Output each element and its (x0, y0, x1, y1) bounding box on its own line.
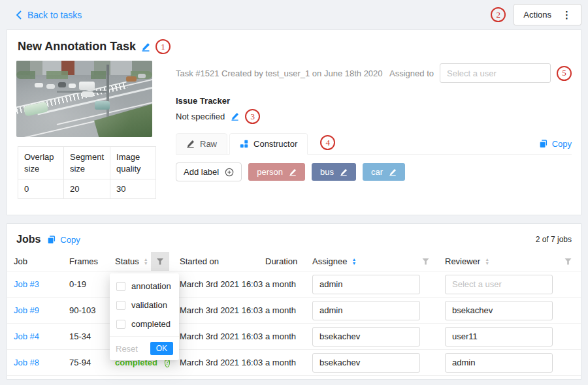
annotation-circle-1: 1 (155, 39, 171, 54)
jobs-table-header: Job Frames Status ▲▼ Started on Duration… (7, 252, 581, 271)
job-link[interactable]: Job #4 (14, 331, 39, 341)
jobs-card: Jobs Copy 2 of 7 jobs Job Frames Status … (7, 223, 581, 380)
column-duration: Duration (265, 256, 312, 266)
checkbox-icon[interactable] (116, 320, 125, 329)
job-row-9: Job #9 90-103 March 3rd 2021 16:03 a mon… (7, 298, 581, 324)
param-header-segment: Segment size (63, 147, 110, 179)
job-duration: a month (265, 305, 312, 315)
label-chip-person[interactable]: person (248, 163, 305, 181)
param-value-segment: 20 (63, 179, 110, 199)
assignee-input[interactable] (312, 353, 420, 373)
filter-option-annotation[interactable]: annotation (110, 277, 179, 296)
tab-constructor-label: Constructor (253, 139, 297, 149)
actions-button[interactable]: Actions ⋮ (514, 4, 581, 25)
job-link[interactable]: Job #8 (14, 358, 39, 367)
job-row-3: Job #3 0-19 March 3rd 2021 16:03 a month (7, 271, 581, 298)
job-frames: 15-34 (69, 331, 115, 341)
task-meta-text: Task #1521 Created by test_user_1 on Jun… (176, 69, 383, 78)
label-edit-icon[interactable] (289, 168, 297, 176)
param-header-quality: Image quality (110, 147, 156, 179)
job-frames: 0-19 (69, 279, 115, 289)
actions-button-label: Actions (523, 10, 551, 20)
job-duration: a month (265, 331, 312, 341)
filter-option-completed[interactable]: completed (110, 315, 179, 333)
assignee-input[interactable] (312, 275, 420, 294)
add-label-button-label: Add label (184, 167, 219, 177)
job-started-on: March 3rd 2021 16:03 (169, 358, 265, 367)
add-label-button[interactable]: Add label (176, 162, 242, 181)
label-chip-car[interactable]: car (363, 163, 405, 181)
assignee-input[interactable] (312, 327, 420, 346)
job-link[interactable]: Job #3 (14, 279, 39, 289)
issue-tracker-label: Issue Tracker (176, 96, 572, 106)
job-started-on: March 3rd 2021 16:03 (169, 331, 265, 341)
jobs-title: Jobs (16, 234, 41, 245)
task-preview-image (16, 61, 152, 137)
assignee-input[interactable] (312, 301, 420, 320)
status-filter-icon[interactable] (157, 258, 164, 265)
label-chip-bus-name: bus (320, 167, 334, 177)
checkbox-icon[interactable] (116, 301, 125, 310)
issue-tracker-value: Not specified (176, 112, 225, 121)
job-link[interactable]: Job #9 (14, 305, 39, 315)
column-frames: Frames (69, 256, 115, 266)
labels-copy-link[interactable]: Copy (539, 139, 572, 149)
assigned-to-input[interactable] (440, 63, 551, 83)
checkbox-icon[interactable] (116, 282, 125, 291)
assignee-sort-icon[interactable]: ▲▼ (351, 258, 356, 266)
reviewer-sort-icon[interactable]: ▲▼ (485, 258, 489, 266)
filter-ok-button[interactable]: OK (150, 342, 173, 355)
task-title: New Annotation Task (18, 40, 136, 54)
assigned-to-label: Assigned to (389, 69, 434, 78)
annotation-circle-5: 5 (557, 66, 572, 81)
job-duration: a month (265, 358, 312, 367)
reviewer-input[interactable] (445, 275, 553, 294)
job-started-on: March 3rd 2021 16:03 (169, 279, 265, 289)
annotation-circle-4: 4 (320, 135, 335, 150)
tab-raw[interactable]: Raw (176, 133, 227, 155)
label-chip-bus[interactable]: bus (312, 163, 356, 181)
param-value-quality: 30 (110, 179, 156, 199)
jobs-copy-label: Copy (60, 235, 80, 245)
labels-copy-label: Copy (552, 139, 572, 149)
reviewer-input[interactable] (445, 327, 553, 346)
label-edit-icon[interactable] (340, 168, 348, 176)
reviewer-filter-icon[interactable] (564, 258, 572, 265)
annotation-circle-3: 3 (245, 109, 260, 124)
back-to-tasks-link[interactable]: Back to tasks (16, 10, 82, 20)
label-chip-car-name: car (371, 167, 383, 177)
tab-constructor[interactable]: Constructor (229, 133, 308, 155)
assignee-filter-icon[interactable] (422, 258, 429, 265)
more-vertical-icon[interactable]: ⋮ (562, 10, 572, 20)
chevron-left-icon (16, 10, 22, 20)
filter-option-validation[interactable]: validation (110, 296, 179, 315)
issue-tracker-edit-icon[interactable] (231, 112, 239, 121)
column-job: Job (7, 256, 69, 266)
task-details-card: New Annotation Task 1 (7, 29, 581, 215)
back-to-tasks-label: Back to tasks (27, 10, 82, 20)
job-frames: 75-94 (69, 358, 115, 367)
status-filter-cell[interactable] (151, 252, 169, 271)
task-title-edit-icon[interactable] (141, 42, 150, 52)
filter-option-label: validation (131, 300, 167, 310)
job-row-8: Job #8 75-94 completed ? March 3rd 2021 … (7, 350, 581, 376)
labels-tabs: Raw Constructor 4 Copy (176, 133, 572, 155)
column-status: Status (115, 256, 139, 266)
tab-raw-label: Raw (200, 139, 217, 149)
param-value-overlap: 0 (18, 179, 64, 199)
filter-reset-button[interactable]: Reset (116, 344, 138, 354)
job-frames: 90-103 (69, 305, 115, 315)
jobs-copy-link[interactable]: Copy (47, 235, 80, 245)
plus-circle-icon (225, 168, 234, 177)
status-filter-dropdown: annotation validation completed Reset OK (110, 273, 179, 360)
blocks-icon (240, 140, 248, 148)
reviewer-input[interactable] (445, 301, 553, 320)
status-sort-icon[interactable]: ▲▼ (144, 258, 148, 266)
filter-option-label: completed (131, 319, 171, 329)
copy-icon (539, 140, 547, 148)
top-bar: Back to tasks 2 Actions ⋮ (0, 0, 588, 29)
reviewer-input[interactable] (445, 353, 553, 373)
label-edit-icon[interactable] (389, 168, 397, 176)
column-started-on: Started on (169, 256, 265, 266)
annotation-circle-2: 2 (491, 7, 506, 22)
